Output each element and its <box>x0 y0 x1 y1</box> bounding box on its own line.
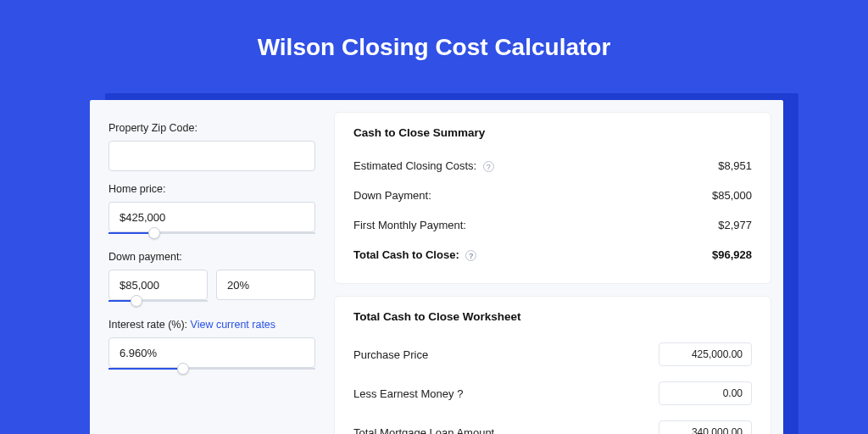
worksheet-label: Purchase Price <box>353 348 428 361</box>
worksheet-heading: Total Cash to Close Worksheet <box>353 310 752 323</box>
worksheet-label: Less Earnest Money <box>353 387 454 400</box>
summary-value: $8,951 <box>718 159 752 172</box>
view-rates-link[interactable]: View current rates <box>191 319 276 331</box>
zip-label: Property Zip Code: <box>108 122 315 134</box>
worksheet-input-purchase-price[interactable] <box>659 342 752 366</box>
summary-row-first-monthly: First Monthly Payment: $2,977 <box>353 210 752 240</box>
interest-rate-label: Interest rate (%): View current rates <box>108 319 315 331</box>
summary-heading: Cash to Close Summary <box>353 126 752 139</box>
worksheet-input-mortgage-amount[interactable] <box>659 420 752 434</box>
worksheet-row-purchase-price: Purchase Price <box>353 335 752 374</box>
down-payment-pct-input[interactable] <box>216 270 315 300</box>
worksheet-label: Total Mortgage Loan Amount <box>353 426 494 434</box>
inputs-panel: Property Zip Code: Home price: Down paym… <box>102 112 322 434</box>
summary-label: Down Payment: <box>353 189 431 202</box>
worksheet-input-earnest-money[interactable] <box>659 381 752 405</box>
interest-rate-input[interactable] <box>108 337 315 368</box>
summary-row-closing-costs: Estimated Closing Costs: ? $8,951 <box>353 151 752 181</box>
summary-value: $2,977 <box>718 219 752 231</box>
help-icon[interactable]: ? <box>457 387 463 400</box>
worksheet-panel: Total Cash to Close Worksheet Purchase P… <box>334 296 771 434</box>
summary-row-down-payment: Down Payment: $85,000 <box>353 181 752 210</box>
worksheet-row-earnest-money: Less Earnest Money ? <box>353 374 752 413</box>
summary-label: First Monthly Payment: <box>353 219 466 231</box>
zip-input[interactable] <box>108 141 315 171</box>
page-title: Wilson Closing Cost Calculator <box>0 0 868 85</box>
summary-total-label: Total Cash to Close: <box>353 248 459 261</box>
summary-total-value: $96,928 <box>712 248 752 261</box>
worksheet-row-mortgage-amount: Total Mortgage Loan Amount <box>353 413 752 434</box>
down-payment-input[interactable] <box>108 270 208 300</box>
down-payment-slider-thumb[interactable] <box>131 295 142 307</box>
help-icon[interactable]: ? <box>483 161 494 172</box>
home-price-slider-thumb[interactable] <box>148 227 160 239</box>
help-icon[interactable]: ? <box>465 250 476 261</box>
home-price-input[interactable] <box>108 202 315 232</box>
calculator-card: Property Zip Code: Home price: Down paym… <box>90 100 783 434</box>
summary-label: Estimated Closing Costs: <box>353 159 476 172</box>
down-payment-label: Down payment: <box>108 251 315 263</box>
interest-rate-slider-thumb[interactable] <box>177 363 189 375</box>
summary-row-total: Total Cash to Close: ? $96,928 <box>353 240 752 270</box>
summary-value: $85,000 <box>712 189 752 202</box>
summary-panel: Cash to Close Summary Estimated Closing … <box>334 112 771 284</box>
home-price-label: Home price: <box>108 183 315 195</box>
